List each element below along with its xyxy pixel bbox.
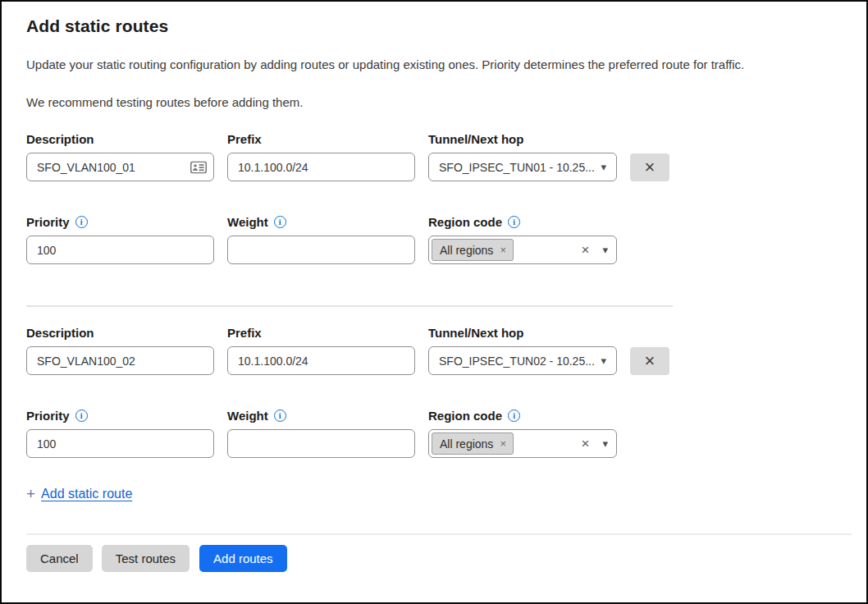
tunnel-select[interactable]: SFO_IPSEC_TUN01 - 10.25... ▾: [428, 153, 617, 181]
prefix-input[interactable]: [227, 153, 415, 181]
info-icon[interactable]: i: [75, 410, 88, 422]
region-tag-label: All regions: [440, 437, 493, 451]
description-input[interactable]: [26, 153, 214, 181]
prefix-label: Prefix: [227, 326, 415, 340]
priority-label: Priority: [26, 409, 70, 423]
remove-route-button[interactable]: ×: [630, 347, 669, 375]
region-tag: All regions ×: [432, 432, 514, 455]
weight-label: Weight: [227, 409, 268, 423]
autofill-contact-card-icon[interactable]: [190, 161, 207, 173]
chevron-down-icon: ▾: [601, 162, 606, 172]
weight-input[interactable]: [227, 236, 415, 264]
tunnel-select[interactable]: SFO_IPSEC_TUN02 - 10.25... ▾: [428, 346, 617, 375]
priority-label: Priority: [26, 215, 70, 229]
region-tag: All regions ×: [432, 239, 514, 261]
chevron-down-icon[interactable]: ▾: [602, 437, 608, 450]
region-tag-label: All regions: [440, 244, 493, 257]
tunnel-selected-value: SFO_IPSEC_TUN02 - 10.25...: [439, 355, 595, 368]
weight-label: Weight: [227, 215, 268, 229]
description-label: Description: [26, 132, 214, 146]
intro-text: Update your static routing configuration…: [26, 57, 848, 71]
remove-route-button[interactable]: ×: [630, 153, 669, 181]
route-block-1: Description Prefix Tunnel/Next hop: [26, 132, 848, 264]
priority-input[interactable]: [26, 429, 214, 458]
region-code-label: Region code: [428, 409, 502, 423]
priority-input[interactable]: [26, 236, 214, 264]
chevron-down-icon[interactable]: ▾: [602, 244, 608, 256]
footer-actions: Cancel Test routes Add routes: [26, 535, 848, 572]
recommendation-text: We recommend testing routes before addin…: [26, 95, 848, 109]
route-divider: [26, 305, 673, 307]
region-code-select[interactable]: All regions × × ▾: [428, 429, 617, 458]
page-title: Add static routes: [26, 16, 848, 36]
tunnel-label: Tunnel/Next hop: [428, 132, 617, 146]
tunnel-selected-value: SFO_IPSEC_TUN01 - 10.25...: [439, 161, 595, 174]
add-static-route-link[interactable]: Add static route: [41, 487, 132, 501]
prefix-label: Prefix: [227, 132, 415, 146]
info-icon[interactable]: i: [274, 216, 286, 228]
clear-selection-icon[interactable]: ×: [580, 436, 592, 452]
info-icon[interactable]: i: [508, 216, 520, 228]
plus-icon: +: [26, 485, 35, 503]
info-icon[interactable]: i: [508, 410, 520, 422]
description-label: Description: [26, 326, 214, 340]
add-static-routes-dialog: Add static routes Update your static rou…: [0, 0, 868, 604]
info-icon[interactable]: i: [75, 216, 88, 228]
prefix-input[interactable]: [227, 346, 415, 375]
route-block-2: Description Prefix Tunnel/Next hop SFO_I…: [26, 326, 848, 458]
tag-remove-icon[interactable]: ×: [500, 437, 506, 450]
weight-input[interactable]: [227, 429, 415, 458]
tunnel-label: Tunnel/Next hop: [428, 326, 617, 340]
close-icon: ×: [645, 158, 656, 176]
close-icon: ×: [645, 352, 656, 370]
clear-selection-icon[interactable]: ×: [580, 242, 592, 259]
cancel-button[interactable]: Cancel: [26, 545, 93, 572]
region-code-select[interactable]: All regions × × ▾: [428, 236, 617, 264]
tag-remove-icon[interactable]: ×: [500, 244, 506, 256]
info-icon[interactable]: i: [274, 410, 286, 422]
description-input[interactable]: [26, 346, 214, 375]
add-routes-button[interactable]: Add routes: [199, 545, 287, 572]
region-code-label: Region code: [428, 215, 502, 229]
chevron-down-icon: ▾: [601, 355, 606, 366]
test-routes-button[interactable]: Test routes: [102, 545, 190, 572]
